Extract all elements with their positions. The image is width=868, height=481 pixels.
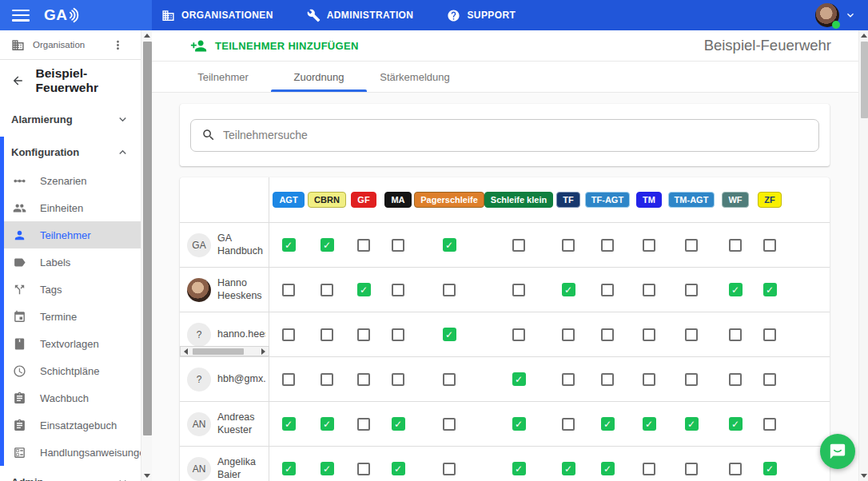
checkbox-tf-agt[interactable] — [601, 284, 614, 296]
checkbox-tm[interactable] — [643, 284, 655, 296]
checkbox-tf[interactable]: ✓ — [562, 462, 575, 475]
checkbox-schleife-klein[interactable] — [512, 239, 525, 252]
checkbox-gf[interactable] — [357, 463, 370, 475]
sidebar-item-teilnehmer[interactable]: Teilnehmer — [4, 221, 141, 248]
checkbox-schleife-klein[interactable]: ✓ — [512, 417, 526, 431]
sidebar-scrollbar[interactable] — [141, 30, 152, 481]
checkbox-gf[interactable] — [357, 239, 370, 252]
checkbox-wf[interactable] — [729, 373, 742, 386]
search-input[interactable] — [223, 129, 818, 141]
checkbox-cbrn[interactable]: ✓ — [321, 417, 334, 431]
topnav-item-organisationen[interactable]: ORGANISATIONEN — [161, 9, 273, 22]
sidebar-item-szenarien[interactable]: Szenarien — [4, 167, 141, 194]
checkbox-agt[interactable]: ✓ — [282, 238, 296, 252]
hscroll-track[interactable] — [191, 347, 258, 356]
back-navigation[interactable]: Beispiel-Feuerwehr — [0, 60, 141, 101]
sidebar-item-textvorlagen[interactable]: Textvorlagen — [4, 330, 141, 357]
topnav-item-administration[interactable]: ADMINISTRATION — [307, 9, 414, 22]
checkbox-wf[interactable] — [729, 239, 742, 252]
add-participant-button[interactable]: TEILNEHMER HINZUFÜGEN — [190, 38, 359, 54]
checkbox-gf[interactable]: ✓ — [357, 283, 371, 296]
tab-teilnehmer[interactable]: Teilnehmer — [175, 62, 271, 92]
checkbox-wf[interactable] — [729, 463, 742, 475]
checkbox-ma[interactable] — [392, 239, 404, 252]
sidebar-item-handlungsanweisungen[interactable]: Handlungsanweisungen — [4, 439, 141, 466]
scroll-down-arrow-icon[interactable] — [141, 471, 153, 481]
chevron-down-icon[interactable] — [844, 9, 857, 22]
organisation-switcher[interactable]: Organisation — [0, 30, 141, 60]
scroll-up-arrow-icon[interactable] — [141, 30, 153, 41]
checkbox-schleife-klein[interactable]: ✓ — [512, 462, 526, 475]
checkbox-wf[interactable]: ✓ — [729, 417, 743, 431]
checkbox-tm[interactable] — [643, 463, 655, 475]
scroll-down-arrow-icon[interactable] — [859, 471, 868, 481]
checkbox-tf-agt[interactable] — [601, 373, 614, 386]
checkbox-tm[interactable] — [643, 328, 655, 341]
checkbox-schleife-klein[interactable]: ✓ — [512, 372, 526, 386]
sidebar-item-tags[interactable]: Tags — [4, 276, 141, 303]
checkbox-agt[interactable] — [282, 284, 295, 296]
scroll-up-arrow-icon[interactable] — [859, 30, 868, 41]
checkbox-cbrn[interactable]: ✓ — [321, 462, 334, 475]
menu-icon[interactable] — [12, 10, 30, 22]
sidebar-item-wachbuch[interactable]: Wachbuch — [4, 384, 141, 411]
sidebar-item-labels[interactable]: Labels — [4, 248, 141, 276]
topnav-item-support[interactable]: SUPPORT — [447, 9, 516, 22]
checkbox-agt[interactable] — [282, 373, 295, 386]
checkbox-agt[interactable]: ✓ — [282, 462, 296, 475]
checkbox-pagerschleife[interactable]: ✓ — [443, 328, 456, 341]
checkbox-gf[interactable] — [357, 373, 370, 386]
checkbox-zf[interactable] — [763, 239, 776, 252]
kebab-menu-icon[interactable] — [111, 38, 125, 52]
checkbox-tm-agt[interactable] — [685, 284, 698, 296]
sidebar-item-einheiten[interactable]: Einheiten — [4, 194, 141, 221]
checkbox-tf-agt[interactable]: ✓ — [601, 462, 615, 475]
user-menu[interactable] — [815, 3, 868, 27]
sidebar-item-einsatztagebuch[interactable]: Einsatztagebuch — [4, 411, 141, 439]
section-header-konfiguration[interactable]: Konfiguration — [4, 137, 141, 167]
checkbox-wf[interactable]: ✓ — [729, 283, 743, 296]
checkbox-tf[interactable] — [562, 239, 575, 252]
main-scrollbar[interactable] — [858, 30, 868, 481]
sidebar-section-alarmierung[interactable]: Alarmierung — [0, 101, 141, 137]
checkbox-tf-agt[interactable] — [601, 239, 614, 252]
checkbox-schleife-klein[interactable] — [512, 328, 525, 341]
checkbox-tm[interactable] — [643, 373, 655, 386]
tab-stärkemeldung[interactable]: Stärkemeldung — [367, 62, 463, 92]
checkbox-cbrn[interactable]: ✓ — [321, 238, 334, 252]
checkbox-zf[interactable] — [763, 328, 776, 341]
sidebar-item-schichtpl-ne[interactable]: Schichtpläne — [4, 357, 141, 384]
checkbox-agt[interactable] — [282, 328, 295, 341]
checkbox-tf[interactable] — [562, 328, 575, 341]
search-box[interactable] — [190, 119, 819, 152]
checkbox-tf-agt[interactable]: ✓ — [601, 417, 615, 431]
checkbox-tf[interactable] — [562, 418, 575, 431]
sidebar-item-termine[interactable]: Termine — [4, 303, 141, 330]
checkbox-tm-agt[interactable]: ✓ — [685, 417, 699, 431]
scroll-right-arrow-icon[interactable] — [258, 347, 269, 356]
checkbox-schleife-klein[interactable] — [512, 284, 525, 296]
checkbox-agt[interactable]: ✓ — [282, 417, 296, 431]
user-avatar[interactable] — [815, 3, 839, 27]
checkbox-gf[interactable] — [357, 418, 370, 431]
checkbox-pagerschleife[interactable]: ✓ — [443, 238, 456, 252]
arrow-back-icon[interactable] — [11, 74, 25, 88]
scroll-left-arrow-icon[interactable] — [181, 347, 191, 356]
tab-zuordnung[interactable]: Zuordnung — [271, 62, 367, 92]
checkbox-ma[interactable]: ✓ — [392, 462, 405, 475]
main-scrollbar-thumb[interactable] — [861, 42, 868, 118]
checkbox-ma[interactable] — [392, 373, 404, 386]
sidebar-section-admin[interactable]: Admin — [0, 466, 141, 481]
checkbox-zf[interactable] — [763, 373, 776, 386]
table-horizontal-scrollbar[interactable] — [180, 346, 269, 356]
checkbox-pagerschleife[interactable] — [443, 373, 456, 386]
checkbox-cbrn[interactable] — [321, 328, 333, 341]
checkbox-ma[interactable]: ✓ — [392, 417, 405, 431]
checkbox-ma[interactable] — [392, 284, 404, 296]
hscroll-thumb[interactable] — [193, 348, 244, 355]
checkbox-tm-agt[interactable] — [685, 328, 698, 341]
checkbox-ma[interactable] — [392, 328, 404, 341]
checkbox-tm-agt[interactable] — [685, 239, 698, 252]
chat-fab-button[interactable] — [820, 434, 855, 469]
checkbox-tm[interactable]: ✓ — [643, 417, 656, 431]
